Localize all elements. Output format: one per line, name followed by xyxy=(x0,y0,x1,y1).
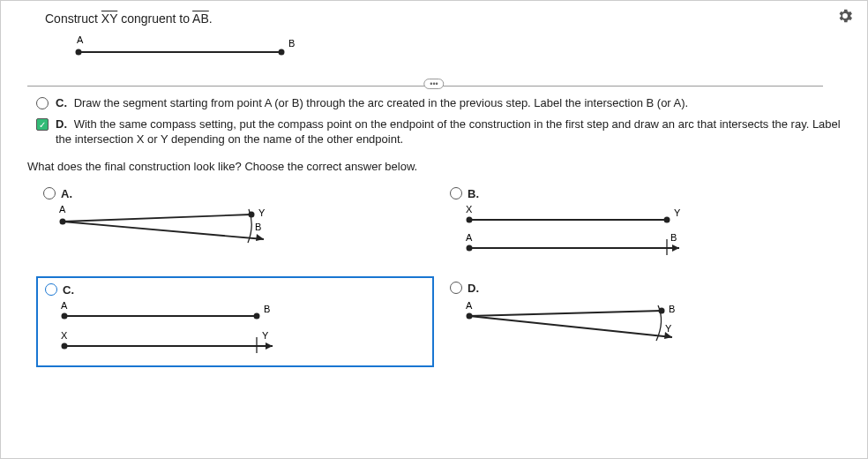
choice-a[interactable]: A. A Y B xyxy=(36,182,434,269)
choice-c-diagram: A B X Y xyxy=(61,300,425,360)
svg-point-2 xyxy=(279,49,285,56)
sub-question: What does the final construction look li… xyxy=(27,160,841,173)
svg-line-7 xyxy=(63,214,251,222)
check-icon[interactable]: ✓ xyxy=(36,118,49,131)
svg-text:X: X xyxy=(466,204,473,214)
svg-line-38 xyxy=(469,316,672,337)
sub-question-text: What does the final construction look li… xyxy=(27,160,417,173)
gear-icon[interactable] xyxy=(836,7,854,25)
choice-a-diagram: A Y B xyxy=(59,204,427,260)
question-title: Construct XY congruent to AB. xyxy=(45,11,867,26)
svg-text:Y: Y xyxy=(262,330,269,341)
choice-d[interactable]: D. A B Y xyxy=(443,276,841,367)
radio-icon[interactable] xyxy=(450,282,462,294)
svg-text:B: B xyxy=(255,222,261,232)
svg-text:B: B xyxy=(670,232,677,243)
step-d-letter: D. xyxy=(56,117,67,131)
step-d-row[interactable]: ✓ D. With the same compass setting, put … xyxy=(36,117,841,147)
svg-text:B: B xyxy=(669,304,675,314)
point-b-label: B xyxy=(288,38,295,49)
choice-c-letter: C. xyxy=(63,283,74,297)
point-a-label: A xyxy=(77,34,84,45)
svg-text:A: A xyxy=(466,232,473,243)
svg-line-37 xyxy=(469,311,662,316)
svg-text:A: A xyxy=(61,300,68,311)
svg-marker-30 xyxy=(266,342,273,350)
title-prefix: Construct xyxy=(45,11,101,26)
step-c-row[interactable]: C. Draw the segment starting from point … xyxy=(36,95,841,111)
choice-c[interactable]: C. A B X Y xyxy=(36,276,434,367)
radio-icon[interactable] xyxy=(450,187,462,199)
collapse-toggle[interactable]: ••• xyxy=(423,79,444,89)
svg-text:A: A xyxy=(59,204,66,214)
svg-text:B: B xyxy=(264,304,270,314)
segment-ab-label: AB xyxy=(192,11,209,26)
choice-b-diagram: X Y A B xyxy=(466,204,834,264)
choice-d-diagram: A B Y xyxy=(466,298,834,354)
choice-b-letter: B. xyxy=(468,187,479,200)
svg-text:Y: Y xyxy=(674,207,681,218)
choice-a-letter: A. xyxy=(61,187,72,200)
radio-icon[interactable] xyxy=(45,283,57,296)
svg-text:A: A xyxy=(466,300,473,311)
svg-marker-19 xyxy=(672,245,679,252)
svg-text:Y: Y xyxy=(665,323,672,334)
given-segment-diagram: A B xyxy=(71,34,867,70)
step-c-text: C. Draw the segment starting from point … xyxy=(56,95,688,111)
step-c-letter: C. xyxy=(56,96,67,109)
step-c-body: Draw the segment starting from point A (… xyxy=(74,96,689,109)
svg-marker-9 xyxy=(256,234,264,241)
title-suffix: . xyxy=(209,11,213,26)
svg-line-8 xyxy=(63,222,264,239)
segment-xy-label: XY xyxy=(101,11,117,26)
title-mid: congruent to xyxy=(117,11,192,26)
svg-text:X: X xyxy=(61,330,68,341)
radio-icon[interactable] xyxy=(36,97,49,109)
choice-d-letter: D. xyxy=(468,282,479,295)
ellipsis-icon: ••• xyxy=(430,79,438,88)
step-d-body: With the same compass setting, put the c… xyxy=(56,117,841,147)
choice-b[interactable]: B. X Y A B xyxy=(443,182,841,269)
radio-icon[interactable] xyxy=(43,187,56,199)
svg-text:Y: Y xyxy=(258,207,266,218)
step-d-text: D. With the same compass setting, put th… xyxy=(56,117,841,147)
